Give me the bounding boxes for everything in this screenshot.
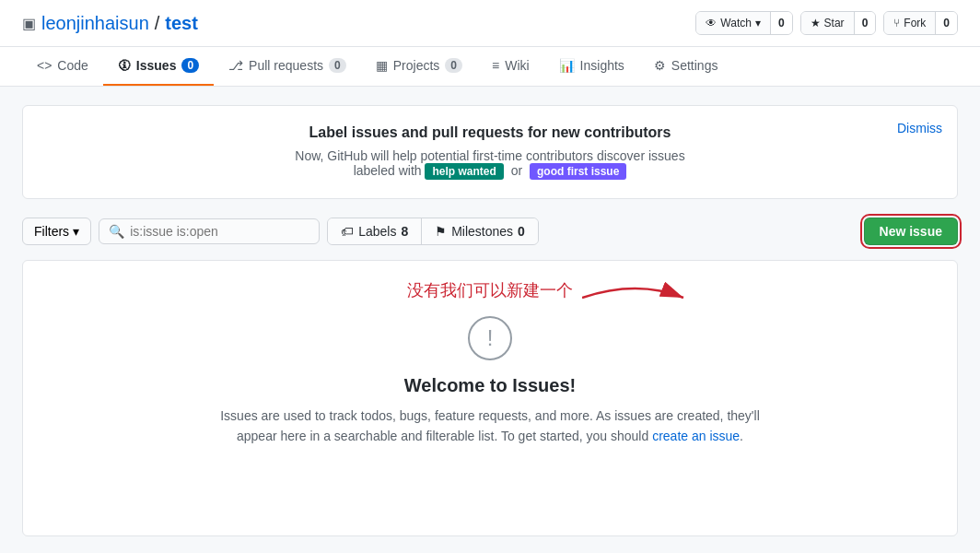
tab-insights-label: Insights [580,58,624,73]
filter-label: Filters [34,224,69,239]
tag-buttons: 🏷 Labels 8 ⚑ Milestones 0 [327,218,539,245]
dismiss-button[interactable]: Dismiss [897,121,942,135]
pr-badge: 0 [329,58,346,73]
repo-header: ▣ leonjinhaisun / test 👁 Watch ▾ 0 ★ Sta… [0,0,980,47]
tab-projects[interactable]: ▦ Projects 0 [361,47,477,86]
label-good-first-issue: good first issue [530,163,626,180]
create-issue-link[interactable]: create an issue [652,429,740,443]
notice-or: or [511,163,522,178]
watch-chevron-icon: ▾ [755,17,761,29]
repo-nav: <> Code 🛈 Issues 0 ⎇ Pull requests 0 ▦ P… [0,47,980,87]
star-label: Star [824,17,845,29]
repo-icon: ▣ [22,15,36,32]
tab-settings[interactable]: ⚙ Settings [639,47,733,86]
tab-issues[interactable]: 🛈 Issues 0 [103,47,214,86]
tab-projects-label: Projects [393,58,440,73]
insights-icon: 📊 [559,58,575,73]
milestones-label: Milestones [451,224,513,239]
notice-title: Label issues and pull requests for new c… [45,124,935,141]
issues-area: 没有我们可以新建一个 ! Welcome to Issues! Issues a… [22,260,958,536]
tab-settings-label: Settings [671,58,718,73]
issues-badge: 0 [181,58,199,73]
filter-chevron-icon: ▾ [73,224,79,239]
watch-label: Watch [720,17,752,29]
tab-wiki[interactable]: ≡ Wiki [477,47,544,86]
repo-title: ▣ leonjinhaisun / test [22,13,198,34]
star-btn-group: ★ Star 0 [800,11,877,35]
tab-code[interactable]: <> Code [22,47,103,86]
tab-wiki-label: Wiki [505,58,529,73]
filter-button[interactable]: Filters ▾ [22,218,91,245]
tab-insights[interactable]: 📊 Insights [544,47,639,86]
labels-count: 8 [401,224,408,239]
empty-period: . [740,429,743,443]
empty-description: Issues are used to track todos, bugs, fe… [214,406,766,447]
projects-icon: ▦ [376,58,388,73]
watch-btn-group: 👁 Watch ▾ 0 [695,11,792,35]
search-icon: 🔍 [109,224,124,239]
repo-name-link[interactable]: test [165,13,198,34]
milestones-icon: ⚑ [435,224,447,239]
code-icon: <> [37,58,52,73]
wiki-icon: ≡ [492,58,499,73]
notice-desc-mid: labeled with [354,163,422,178]
star-button[interactable]: ★ Star [801,12,854,34]
watch-button[interactable]: 👁 Watch ▾ [696,12,770,34]
new-issue-button[interactable]: New issue [864,218,958,245]
fork-label: Fork [904,17,926,29]
main-content: Label issues and pull requests for new c… [0,87,980,553]
labels-icon: 🏷 [341,224,354,239]
tab-code-label: Code [57,58,88,73]
issues-toolbar: Filters ▾ 🔍 🏷 Labels 8 ⚑ Milestones 0 [22,218,958,245]
fork-btn-group: ⑂ Fork 0 [883,11,958,35]
notice-desc-pre: Now, GitHub will help potential first-ti… [295,148,684,163]
labels-button[interactable]: 🏷 Labels 8 [328,218,422,244]
fork-count: 0 [935,12,957,34]
annotation-text: 没有我们可以新建一个 [407,279,573,301]
milestones-count: 0 [518,224,525,239]
fork-button[interactable]: ⑂ Fork [884,12,935,34]
settings-icon: ⚙ [654,58,666,73]
search-box: 🔍 [99,218,320,244]
tab-pr-label: Pull requests [249,58,323,73]
repo-actions: 👁 Watch ▾ 0 ★ Star 0 ⑂ Fork 0 [695,11,958,35]
projects-badge: 0 [445,58,462,73]
star-count: 0 [854,12,876,34]
notice-description: Now, GitHub will help potential first-ti… [45,148,935,180]
eye-icon: 👁 [706,17,717,29]
pr-icon: ⎇ [228,58,243,73]
watch-count: 0 [770,12,792,34]
repo-owner-link[interactable]: leonjinhaisun [41,13,149,34]
labels-label: Labels [358,224,396,239]
search-input[interactable] [130,224,309,239]
tab-pull-requests[interactable]: ⎇ Pull requests 0 [214,47,361,86]
annotation-arrow [582,270,693,325]
toolbar-left: Filters ▾ 🔍 🏷 Labels 8 ⚑ Milestones 0 [22,218,539,245]
notice-box: Label issues and pull requests for new c… [22,105,958,199]
milestones-button[interactable]: ⚑ Milestones 0 [422,218,538,244]
empty-icon: ! [468,316,512,360]
tab-issues-label: Issues [136,58,177,73]
repo-separator: / [155,13,160,34]
empty-title: Welcome to Issues! [41,375,939,396]
star-icon: ★ [811,17,821,29]
annotation: 没有我们可以新建一个 [407,279,573,301]
fork-icon: ⑂ [893,17,900,29]
label-help-wanted: help wanted [425,163,503,180]
issue-icon: 🛈 [118,58,131,73]
